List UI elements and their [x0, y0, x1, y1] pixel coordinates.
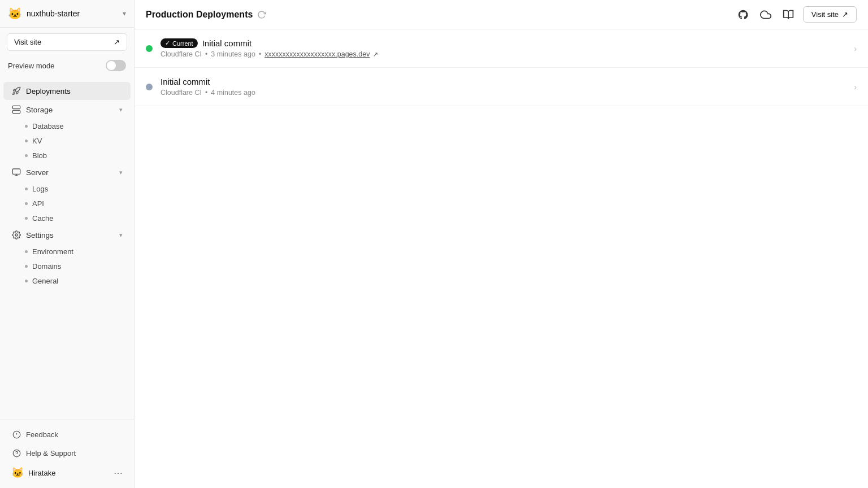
visit-site-top-button[interactable]: Visit site ↗ — [803, 6, 857, 23]
preview-mode-label: Preview mode — [8, 62, 54, 70]
sidebar-subitem-api[interactable]: API — [3, 197, 131, 211]
visit-site-top-label: Visit site — [811, 10, 839, 19]
sidebar-subitem-database[interactable]: Database — [3, 119, 131, 133]
sidebar-subitem-kv-label: KV — [32, 137, 42, 145]
page-title: Production Deployments — [146, 10, 253, 20]
chevron-down-icon: ▾ — [119, 106, 123, 114]
rocket-icon — [11, 86, 21, 96]
chevron-down-icon: ▾ — [119, 169, 123, 176]
user-name: Hiratake — [28, 469, 55, 477]
sidebar-item-server-label: Server — [26, 168, 115, 177]
bullet-icon — [25, 202, 28, 205]
chevron-right-icon: › — [854, 82, 857, 91]
sidebar-subitem-kv[interactable]: KV — [3, 134, 131, 148]
docs-icon[interactable] — [780, 7, 796, 23]
sidebar-subitem-blob-label: Blob — [32, 151, 47, 160]
main-content: Production Deployments — [134, 0, 868, 488]
deployment-row[interactable]: ✓ Current Initial commit Cloudflare CI •… — [134, 29, 868, 68]
sidebar-subitem-environment-label: Environment — [32, 247, 73, 256]
sidebar: 🐱 nuxthub-starter ▾ Visit site ↗ Preview… — [0, 0, 134, 488]
bullet-icon — [25, 250, 28, 253]
bullet-icon — [25, 217, 28, 220]
sidebar-item-deployments[interactable]: Deployments — [3, 82, 131, 100]
chevron-down-icon: ▾ — [123, 10, 126, 18]
sidebar-subitem-logs-label: Logs — [32, 185, 48, 193]
bullet-icon — [25, 154, 28, 157]
preview-mode-toggle[interactable] — [106, 60, 126, 71]
sidebar-item-storage-label: Storage — [26, 106, 115, 114]
sidebar-item-server[interactable]: Server ▾ — [3, 163, 131, 181]
chevron-right-icon: › — [854, 44, 857, 53]
deployment-provider: Cloudflare CI — [160, 50, 202, 58]
deployment-row[interactable]: Initial commit Cloudflare CI • 4 minutes… — [134, 68, 868, 106]
sidebar-subitem-api-label: API — [32, 199, 44, 208]
status-indicator-gray — [146, 84, 153, 90]
deployment-info: ✓ Current Initial commit Cloudflare CI •… — [160, 38, 848, 58]
app-switcher[interactable]: 🐱 nuxthub-starter ▾ — [0, 0, 134, 28]
cloud-icon[interactable] — [758, 7, 774, 23]
sidebar-item-settings-label: Settings — [26, 231, 115, 239]
current-badge: ✓ Current — [160, 38, 198, 48]
deployment-time: 3 minutes ago — [211, 50, 255, 58]
sidebar-subitem-blob[interactable]: Blob — [3, 149, 131, 163]
external-link-icon: ↗ — [373, 51, 378, 58]
deployment-time: 4 minutes ago — [211, 89, 255, 97]
help-support-item[interactable]: Help & Support — [3, 444, 131, 462]
sidebar-item-storage[interactable]: Storage ▾ — [3, 101, 131, 119]
deployment-commit-name: Initial commit — [160, 77, 210, 86]
sidebar-nav: Deployments Storage ▾ Database KV — [0, 79, 134, 420]
deployment-provider: Cloudflare CI — [160, 89, 202, 97]
bullet-icon — [25, 125, 28, 128]
server-icon — [11, 167, 21, 177]
feedback-icon — [11, 429, 21, 439]
topbar: Production Deployments — [134, 0, 868, 29]
sidebar-footer: Feedback Help & Support 🐱 Hiratake ⋯ — [0, 420, 134, 488]
app-name: nuxthub-starter — [27, 9, 80, 18]
feedback-item[interactable]: Feedback — [3, 425, 131, 443]
settings-icon — [11, 230, 21, 240]
user-profile-row[interactable]: 🐱 Hiratake ⋯ — [3, 463, 131, 483]
svg-point-7 — [15, 234, 18, 236]
bullet-icon — [25, 140, 28, 142]
visit-site-sidebar-button[interactable]: Visit site ↗ — [7, 33, 127, 51]
user-avatar-emoji: 🐱 — [11, 467, 24, 479]
external-link-icon: ↗ — [842, 10, 848, 19]
sidebar-subitem-environment[interactable]: Environment — [3, 245, 131, 259]
sidebar-subitem-cache-label: Cache — [32, 214, 54, 223]
feedback-label: Feedback — [26, 430, 58, 439]
bullet-icon — [25, 280, 28, 282]
bullet-icon — [25, 188, 28, 190]
sidebar-subitem-logs[interactable]: Logs — [3, 182, 131, 196]
refresh-icon[interactable] — [257, 10, 266, 19]
deployment-url[interactable]: xxxxxxxxxxxxxxxxxxxx.pages.dev — [264, 50, 370, 58]
preview-mode-row: Preview mode — [0, 56, 134, 75]
help-icon — [11, 448, 21, 458]
deployment-commit-name: Initial commit — [202, 38, 252, 48]
deployments-list: ✓ Current Initial commit Cloudflare CI •… — [134, 29, 868, 488]
github-icon[interactable] — [735, 7, 751, 23]
sidebar-subitem-general-label: General — [32, 277, 58, 285]
sidebar-subitem-cache[interactable]: Cache — [3, 211, 131, 225]
chevron-down-icon: ▾ — [119, 232, 123, 239]
deployment-info: Initial commit Cloudflare CI • 4 minutes… — [160, 77, 848, 97]
sidebar-item-settings[interactable]: Settings ▾ — [3, 226, 131, 244]
bullet-icon — [25, 265, 28, 268]
more-options-icon[interactable]: ⋯ — [114, 468, 123, 478]
external-link-icon: ↗ — [114, 38, 120, 46]
sidebar-subitem-domains[interactable]: Domains — [3, 259, 131, 273]
app-icon: 🐱 — [8, 7, 22, 20]
sidebar-subitem-general[interactable]: General — [3, 274, 131, 288]
storage-icon — [11, 104, 21, 115]
status-indicator-green — [146, 45, 153, 52]
svg-rect-1 — [12, 110, 20, 113]
sidebar-subitem-domains-label: Domains — [32, 262, 61, 271]
sidebar-subitem-database-label: Database — [32, 122, 64, 130]
check-icon: ✓ — [165, 40, 170, 47]
sidebar-item-deployments-label: Deployments — [26, 87, 123, 95]
help-support-label: Help & Support — [26, 449, 76, 457]
svg-rect-0 — [12, 106, 20, 108]
svg-rect-4 — [12, 169, 20, 174]
